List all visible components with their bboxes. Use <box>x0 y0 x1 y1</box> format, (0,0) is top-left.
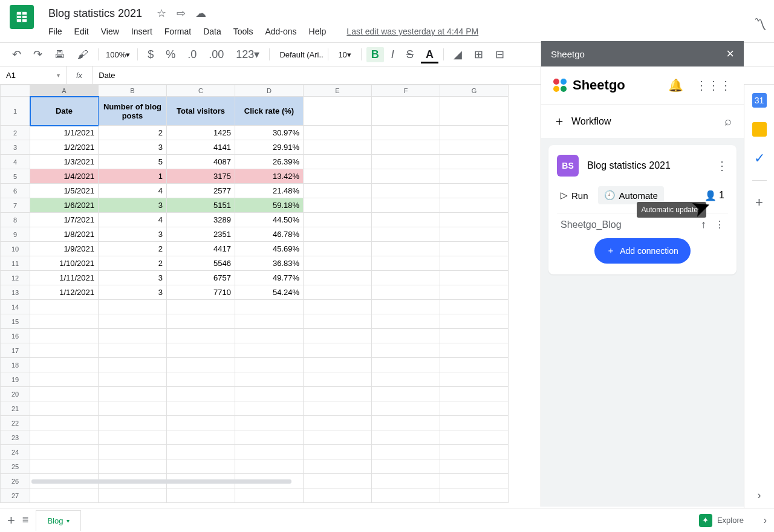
cell[interactable] <box>372 387 440 401</box>
add-sheet-icon[interactable]: + <box>7 513 15 528</box>
cell[interactable] <box>30 358 99 372</box>
cell[interactable] <box>304 213 372 227</box>
cell[interactable] <box>30 430 99 445</box>
cell[interactable] <box>235 459 304 474</box>
connection-menu-icon[interactable]: ⋮ <box>715 219 724 230</box>
cell[interactable] <box>440 459 509 474</box>
cell[interactable] <box>440 474 509 488</box>
horizontal-scrollbar[interactable] <box>31 479 291 484</box>
cell[interactable]: 29.91% <box>235 140 304 155</box>
cell[interactable]: 45.69% <box>235 242 304 256</box>
cell[interactable] <box>372 140 440 155</box>
row-header[interactable]: 2 <box>0 126 30 140</box>
cell[interactable]: 13.42% <box>235 169 304 184</box>
cell[interactable]: Number of blog posts <box>99 97 167 126</box>
row-header[interactable]: 9 <box>0 227 30 242</box>
cell[interactable] <box>372 126 440 140</box>
fill-color-button[interactable]: ◢ <box>449 45 467 63</box>
cell[interactable] <box>99 314 167 329</box>
cell[interactable] <box>167 387 235 401</box>
cell[interactable] <box>167 488 235 503</box>
cell[interactable] <box>304 343 372 358</box>
cell[interactable] <box>440 445 509 459</box>
cell[interactable] <box>304 256 372 271</box>
cell[interactable] <box>440 97 509 126</box>
text-color-button[interactable]: A <box>421 46 438 63</box>
column-header[interactable]: A <box>30 85 99 97</box>
menu-help[interactable]: Help <box>309 27 327 36</box>
menu-format[interactable]: Format <box>164 27 191 36</box>
number-format-dropdown[interactable]: 123▾ <box>231 45 264 63</box>
cell[interactable] <box>372 285 440 300</box>
font-size-dropdown[interactable]: 10 ▾ <box>333 48 356 62</box>
cell[interactable]: 1/1/2021 <box>30 126 99 140</box>
cell[interactable] <box>372 445 440 459</box>
cell[interactable] <box>304 474 372 488</box>
add-sidepanel-icon[interactable]: + <box>752 195 767 210</box>
move-icon[interactable]: ⇨ <box>177 7 186 19</box>
cell[interactable] <box>167 358 235 372</box>
cell[interactable] <box>30 329 99 343</box>
cell[interactable] <box>304 416 372 430</box>
cell[interactable]: 4141 <box>167 140 235 155</box>
cell[interactable] <box>372 213 440 227</box>
cell[interactable] <box>99 387 167 401</box>
cell[interactable] <box>440 169 509 184</box>
cell[interactable] <box>372 416 440 430</box>
cell[interactable] <box>304 445 372 459</box>
cell[interactable] <box>440 242 509 256</box>
cell[interactable] <box>304 314 372 329</box>
cell[interactable]: 21.48% <box>235 184 304 198</box>
cell[interactable] <box>304 358 372 372</box>
cell[interactable] <box>372 169 440 184</box>
cell[interactable] <box>304 184 372 198</box>
cell[interactable] <box>372 314 440 329</box>
cell[interactable] <box>235 358 304 372</box>
zoom-dropdown[interactable]: 100% ▾ <box>103 50 132 59</box>
cell[interactable] <box>235 430 304 445</box>
cell[interactable] <box>304 227 372 242</box>
cell[interactable]: 46.78% <box>235 227 304 242</box>
cell[interactable] <box>167 343 235 358</box>
add-connection-button[interactable]: ＋Add connection <box>594 238 691 264</box>
cell[interactable]: 6757 <box>167 271 235 285</box>
cell[interactable]: 2 <box>99 242 167 256</box>
row-header[interactable]: 22 <box>0 416 30 430</box>
row-header[interactable]: 12 <box>0 271 30 285</box>
column-header[interactable]: B <box>99 85 167 97</box>
cell[interactable]: 3175 <box>167 169 235 184</box>
cell[interactable]: 1/11/2021 <box>30 271 99 285</box>
activity-icon[interactable]: 〽 <box>753 17 767 33</box>
bell-icon[interactable]: 🔔 <box>668 78 683 92</box>
cell[interactable] <box>440 184 509 198</box>
row-header[interactable]: 23 <box>0 430 30 445</box>
paint-format-icon[interactable]: 🖌 <box>73 46 93 63</box>
row-header[interactable]: 17 <box>0 343 30 358</box>
cell[interactable] <box>304 401 372 416</box>
cell[interactable] <box>372 488 440 503</box>
cell[interactable] <box>372 474 440 488</box>
last-edit-link[interactable]: Last edit was yesterday at 4:44 PM <box>346 27 478 36</box>
cell[interactable]: 1/3/2021 <box>30 155 99 169</box>
row-header[interactable]: 4 <box>0 155 30 169</box>
cell[interactable] <box>304 97 372 126</box>
cell[interactable]: 3289 <box>167 213 235 227</box>
name-box[interactable]: A1▾ <box>0 66 67 84</box>
cell[interactable] <box>440 329 509 343</box>
cell[interactable]: 49.77% <box>235 271 304 285</box>
cell[interactable] <box>99 430 167 445</box>
cell[interactable] <box>372 401 440 416</box>
cell[interactable] <box>304 155 372 169</box>
redo-icon[interactable]: ↷ <box>28 45 47 63</box>
row-header[interactable]: 6 <box>0 184 30 198</box>
workflow-menu-icon[interactable]: ⋮ <box>716 158 728 173</box>
cell[interactable] <box>440 343 509 358</box>
cell[interactable]: 3 <box>99 227 167 242</box>
cell[interactable]: 5 <box>99 155 167 169</box>
cell[interactable]: 3 <box>99 285 167 300</box>
workflow-title[interactable]: Blog statistics 2021 <box>587 160 671 171</box>
select-all-corner[interactable] <box>0 85 30 97</box>
row-header[interactable]: 5 <box>0 169 30 184</box>
cell[interactable] <box>99 459 167 474</box>
cell[interactable] <box>167 430 235 445</box>
